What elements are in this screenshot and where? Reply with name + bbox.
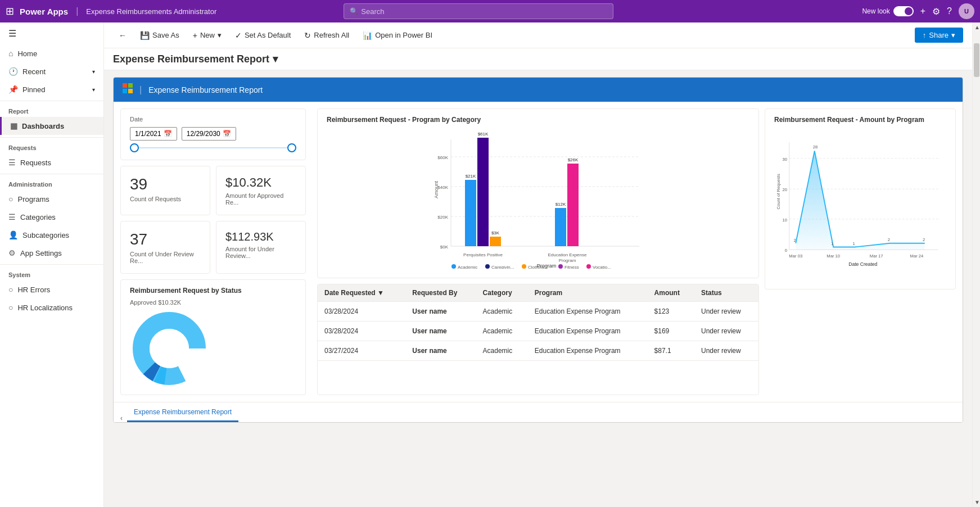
scroll-up-icon[interactable]: ▲: [973, 22, 980, 32]
sidebar-label-pinned: Pinned: [22, 85, 45, 94]
tab-label: Expense Reimbursement Report: [134, 408, 232, 416]
sidebar-item-subcategories[interactable]: 👤 Subcategories: [0, 226, 103, 244]
metric-card-under-review: 37 Count of Under Review Re...: [120, 221, 210, 274]
sidebar-item-categories[interactable]: ☰ Categories: [0, 208, 103, 226]
back-button[interactable]: ←: [113, 28, 132, 43]
microsoft-logo: [123, 83, 133, 96]
set-default-button[interactable]: ✓ Set As Default: [229, 28, 296, 43]
donut-chart: [130, 309, 209, 388]
home-icon: ⌂: [8, 49, 13, 58]
sidebar-divider-1: [0, 101, 103, 101]
sidebar-item-home[interactable]: ⌂ Home: [0, 44, 103, 62]
date-slider-track[interactable]: [130, 147, 296, 148]
svg-text:$21K: $21K: [466, 174, 476, 179]
sidebar-item-recent[interactable]: 🕐 Recent ▾: [0, 62, 103, 80]
hr-localizations-icon: ○: [8, 303, 13, 312]
svg-text:10: 10: [782, 218, 787, 223]
sidebar-label-home: Home: [17, 49, 37, 58]
cell-status: Under review: [694, 322, 758, 341]
pbi-tab-bar: ‹ Expense Reimbursement Report: [114, 402, 963, 422]
avatar[interactable]: U: [959, 3, 974, 19]
new-look-toggle[interactable]: New look: [862, 6, 913, 16]
report-title-bar: Expense Reimbursement Report ▾: [104, 48, 972, 70]
sidebar-item-dashboards[interactable]: ▦ Dashboards: [0, 117, 103, 135]
status-chart-card: Reimbursement Request by Status Approved…: [120, 279, 306, 395]
dashboard-area: | Expense Reimbursement Report Date 1/1/…: [104, 70, 972, 507]
svg-text:Education Expense: Education Expense: [548, 252, 587, 257]
app-settings-icon: ⚙: [8, 248, 16, 257]
share-button[interactable]: ↑ Share ▾: [915, 28, 963, 43]
tab-expense-reimbursement[interactable]: Expense Reimbursement Report: [127, 404, 238, 422]
new-plus-icon: +: [193, 31, 197, 40]
hamburger-icon[interactable]: ☰: [0, 22, 103, 44]
slider-thumb-right[interactable]: [287, 143, 296, 152]
section-label-requests: Requests: [0, 140, 103, 153]
sidebar-divider-2: [0, 137, 103, 138]
donut-container: [130, 309, 296, 388]
cell-date: 03/28/2024: [318, 302, 405, 322]
avatar-initials: U: [964, 8, 969, 15]
scroll-down-icon[interactable]: ▼: [973, 497, 980, 507]
cell-amount: $87.1: [648, 341, 694, 361]
slider-thumb-left[interactable]: [130, 143, 139, 152]
subcategories-icon: 👤: [8, 230, 18, 239]
svg-text:2: 2: [888, 237, 890, 242]
sidebar-label-categories: Categories: [20, 213, 56, 221]
refresh-all-button[interactable]: ↻ Refresh All: [299, 28, 355, 43]
settings-icon[interactable]: ⚙: [932, 6, 940, 17]
app-title: Power Apps: [20, 7, 68, 16]
search-bar[interactable]: 🔍: [344, 3, 613, 19]
svg-point-7: [150, 329, 189, 368]
svg-text:$60K: $60K: [437, 155, 448, 160]
section-label-system: System: [0, 267, 103, 280]
svg-rect-20: [477, 138, 489, 246]
svg-text:20: 20: [782, 187, 787, 192]
svg-marker-52: [796, 151, 925, 250]
right-column: Reimbursement Request - Amount by Progra…: [765, 108, 956, 395]
svg-text:Fitness: Fitness: [564, 265, 579, 269]
plus-icon[interactable]: +: [920, 6, 925, 16]
svg-point-34: [485, 264, 490, 269]
help-icon[interactable]: ?: [947, 6, 952, 16]
svg-text:$20K: $20K: [437, 215, 448, 220]
pbi-container: | Expense Reimbursement Report Date 1/1/…: [113, 77, 963, 423]
sidebar-item-programs[interactable]: ○ Programs: [0, 190, 103, 208]
sidebar-item-hr-localizations[interactable]: ○ HR Localizations: [0, 298, 103, 316]
col-header-by: Requested By: [405, 284, 476, 302]
toggle-switch[interactable]: [893, 6, 914, 16]
sidebar-item-hr-errors[interactable]: ○ HR Errors: [0, 280, 103, 298]
line-chart-title: Reimbursement Request - Amount by Progra…: [774, 116, 946, 124]
right-scrollbar[interactable]: ▲ ▼: [972, 22, 980, 507]
back-icon: ←: [119, 31, 127, 40]
metric-under-review-amount: $112.93K: [225, 230, 274, 243]
svg-text:Perquisites Positive: Perquisites Positive: [463, 252, 503, 257]
grid-icon[interactable]: ⊞: [6, 5, 14, 17]
section-label-report: Report: [0, 103, 103, 117]
col-header-amount: Amount: [648, 284, 694, 302]
scroll-thumb[interactable]: [974, 43, 979, 77]
new-button[interactable]: + New ▾: [187, 28, 227, 43]
sidebar-label-hr-errors: HR Errors: [17, 286, 50, 294]
date-start-input[interactable]: 1/1/2021 📅: [130, 127, 177, 141]
dashboard-content: Date 1/1/2021 📅 12/29/2030 📅: [114, 102, 963, 402]
sidebar-item-app-settings[interactable]: ⚙ App Settings: [0, 244, 103, 262]
save-as-button[interactable]: 💾 Save As: [134, 28, 185, 43]
top-nav-right: New look + ⚙ ? U: [862, 3, 974, 19]
sidebar-item-requests[interactable]: ☰ Requests: [0, 153, 103, 171]
table-header-row: Date Requested ▼ Requested By Category P…: [318, 284, 758, 302]
open-pbi-button[interactable]: 📊 Open in Power BI: [357, 28, 438, 43]
svg-text:1: 1: [853, 241, 855, 246]
date-end-input[interactable]: 12/29/2030 📅: [182, 127, 236, 141]
chart-icon: 📊: [363, 31, 372, 40]
save-icon: 💾: [140, 31, 150, 40]
metric-label-under-review: Count of Under Review Re...: [130, 251, 201, 264]
search-input[interactable]: [361, 7, 607, 16]
sidebar-item-pinned[interactable]: 📌 Pinned ▾: [0, 80, 103, 98]
report-title-text: Expense Reimbursement Report: [113, 53, 269, 65]
svg-text:Vocatio...: Vocatio...: [593, 265, 611, 269]
report-title[interactable]: Expense Reimbursement Report ▾: [113, 53, 278, 65]
hr-errors-icon: ○: [8, 285, 13, 294]
top-navigation: ⊞ Power Apps | Expense Reimbursements Ad…: [0, 0, 980, 22]
tab-nav-left[interactable]: ‹: [120, 414, 123, 422]
svg-text:28: 28: [813, 145, 818, 150]
